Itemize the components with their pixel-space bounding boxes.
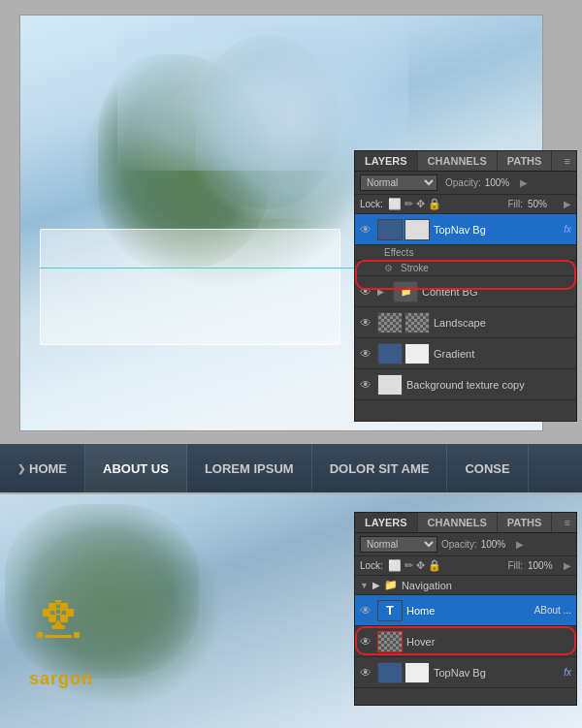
eye-landscape[interactable]: 👁	[360, 316, 373, 330]
gradient-thumb2	[404, 343, 430, 364]
home-name: Home	[406, 605, 527, 617]
topnav-b-thumb1	[377, 662, 403, 683]
lock-row-top: Lock: ⬜ ✏ ✥ 🔒 Fill: 50% ▶	[355, 195, 576, 214]
topnav-b-thumbs	[377, 662, 430, 683]
tab-layers-top[interactable]: LAYERS	[355, 151, 418, 171]
nav-item-conse[interactable]: CONSE	[447, 444, 528, 492]
effects-label: Effects	[384, 247, 413, 258]
svg-rect-5	[66, 609, 74, 617]
eye-hover[interactable]: 👁	[360, 635, 373, 649]
fill-label-top: Fill:	[507, 199, 523, 209]
tab-channels-bottom[interactable]: CHANNELS	[418, 513, 498, 532]
tab-channels-top[interactable]: CHANNELS	[418, 151, 498, 171]
home-thumb-T: T	[377, 600, 403, 621]
topnav-fx: fx	[564, 224, 571, 235]
opacity-value-bottom: 100%	[481, 539, 512, 550]
eye-content-bg[interactable]: 👁	[360, 285, 373, 299]
panel-menu-icon-top[interactable]: ≡	[559, 151, 576, 171]
landscape-thumb1	[377, 312, 403, 333]
lock-icons-bottom: ⬜ ✏ ✥ 🔒	[388, 559, 441, 572]
lock-icon-paint[interactable]: ✏	[404, 198, 413, 210]
opacity-arrow-top: ▶	[520, 177, 528, 188]
home-extra: ABout ...	[534, 605, 571, 616]
lock-icons-top: ⬜ ✏ ✥ 🔒	[388, 198, 441, 210]
landscape-name: Landscape	[434, 317, 571, 329]
panel-menu-icon-bottom[interactable]: ≡	[559, 513, 576, 532]
nav-group-expand[interactable]: ▼	[360, 581, 369, 590]
stroke-icon: ⚙	[384, 263, 393, 273]
bg-texture-thumb	[377, 374, 403, 396]
navigation-group[interactable]: ▼ ▶ 📁 Navigation	[355, 576, 576, 595]
opacity-value-top: 100%	[485, 177, 516, 188]
expand-content[interactable]: ▶	[377, 287, 389, 297]
svg-rect-10	[37, 632, 43, 638]
lock-label-bottom: Lock:	[360, 560, 383, 571]
blend-mode-row-top: Normal Opacity: 100% ▶	[355, 172, 576, 195]
eye-topnav[interactable]: 👁	[360, 223, 373, 237]
layer-home-text[interactable]: 👁 T Home ABout ...	[355, 595, 576, 626]
nav-group-folder: 📁	[384, 579, 398, 591]
lock-b-paint[interactable]: ✏	[404, 559, 413, 572]
gradient-thumbs	[377, 343, 430, 364]
fill-label-bottom: Fill:	[507, 560, 523, 571]
layer-landscape[interactable]: 👁 Landscape	[355, 307, 576, 338]
lock-icon-all[interactable]: 🔒	[428, 198, 441, 210]
svg-rect-11	[74, 632, 80, 638]
nav-item-home[interactable]: HOME	[0, 444, 85, 492]
layer-gradient[interactable]: 👁 Gradient	[355, 338, 576, 369]
topnav-b-thumb2	[404, 662, 430, 683]
content-bg-thumb: 📁	[393, 281, 418, 302]
fill-arrow-bottom: ▶	[564, 560, 571, 571]
bg-texture-name: Background texture copy	[406, 379, 571, 391]
blend-mode-select-top[interactable]: Normal	[360, 174, 437, 191]
effects-row: Effects	[355, 245, 576, 261]
nav-item-lorem[interactable]: LOREM IPSUM	[187, 444, 312, 492]
lock-b-all[interactable]: 🔒	[428, 559, 441, 572]
content-bg-name: Content BG	[422, 286, 571, 298]
topnav-name: TopNav Bg	[434, 224, 560, 236]
layer-topnav-bg-bottom[interactable]: 👁 TopNav Bg fx	[355, 657, 576, 688]
fill-arrow-top: ▶	[564, 199, 571, 209]
nav-item-about[interactable]: ABOUT US	[85, 444, 187, 492]
blend-mode-select-bottom[interactable]: Normal	[360, 536, 437, 553]
eye-home[interactable]: 👁	[360, 604, 373, 617]
tab-paths-bottom[interactable]: PATHS	[498, 513, 553, 532]
svg-point-9	[55, 609, 61, 615]
lock-b-move[interactable]: ✥	[416, 559, 425, 572]
lock-b-transparency[interactable]: ⬜	[388, 559, 402, 572]
lock-icon-move[interactable]: ✥	[416, 198, 425, 210]
lock-row-bottom: Lock: ⬜ ✏ ✥ 🔒 Fill: 100% ▶	[355, 556, 576, 576]
topnav-thumbs	[377, 219, 430, 240]
eye-topnav-b[interactable]: 👁	[360, 666, 373, 680]
eye-bg-texture[interactable]: 👁	[360, 378, 373, 392]
layers-panel-top: LAYERS CHANNELS PATHS ≡ Normal Opacity: …	[354, 150, 577, 422]
layer-topnav-bg[interactable]: 👁 TopNav Bg fx	[355, 214, 576, 245]
nav-group-name: Navigation	[402, 580, 452, 591]
svg-rect-8	[51, 625, 65, 629]
stroke-row: ⚙ Stroke	[355, 261, 576, 276]
tab-layers-bottom[interactable]: LAYERS	[355, 513, 418, 532]
topnav-b-fx: fx	[564, 667, 571, 678]
panel-tabs-top: LAYERS CHANNELS PATHS ≡	[355, 151, 576, 172]
stroke-label: Stroke	[401, 263, 429, 273]
logo-area: sargon	[29, 598, 107, 689]
landscape-thumbs	[377, 312, 430, 333]
layer-content-bg[interactable]: 👁 ▶ 📁 Content BG	[355, 276, 576, 307]
blend-mode-row-bottom: Normal Opacity: 100% ▶	[355, 533, 576, 556]
nav-item-dolor[interactable]: DOLOR SIT AME	[312, 444, 448, 492]
logo-symbol	[29, 598, 107, 661]
tab-paths-top[interactable]: PATHS	[498, 151, 553, 171]
lock-icon-transparency[interactable]: ⬜	[388, 198, 402, 210]
layer-hover[interactable]: 👁 Hover	[355, 626, 576, 657]
opacity-label-bottom: Opacity:	[441, 539, 477, 550]
layers-panel-bottom: LAYERS CHANNELS PATHS ≡ Normal Opacity: …	[354, 512, 577, 706]
panel-tabs-bottom: LAYERS CHANNELS PATHS ≡	[355, 513, 576, 533]
layer-bg-texture[interactable]: 👁 Background texture copy	[355, 369, 576, 400]
logo-text: sargon	[29, 669, 107, 689]
lock-label-top: Lock:	[360, 199, 383, 209]
nav-group-expand2[interactable]: ▶	[372, 580, 380, 590]
landscape-thumb2	[404, 312, 430, 333]
topnav-b-name: TopNav Bg	[434, 667, 560, 679]
eye-gradient[interactable]: 👁	[360, 347, 373, 361]
hover-name: Hover	[406, 636, 571, 648]
